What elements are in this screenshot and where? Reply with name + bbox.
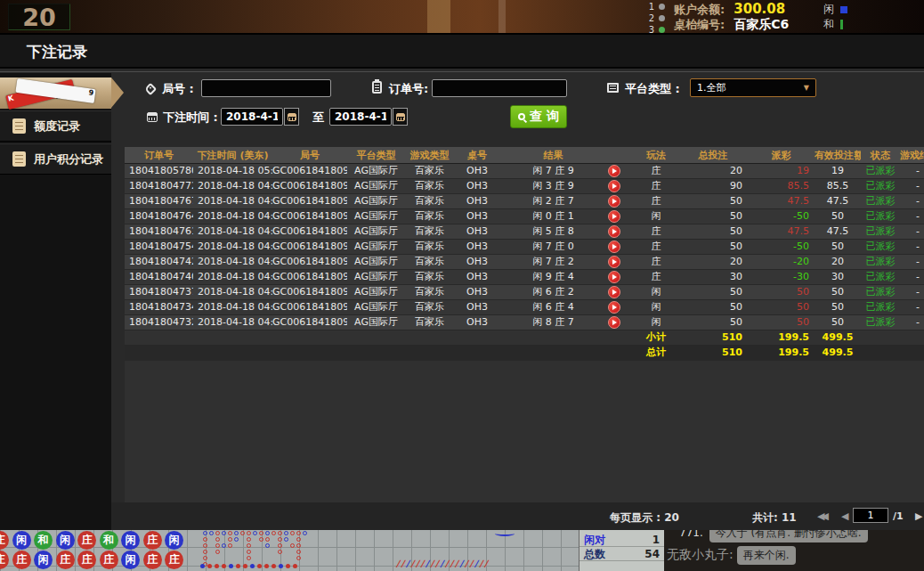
next-page-button[interactable]: ▶	[915, 510, 922, 522]
bead-dot	[278, 543, 282, 548]
play-button[interactable]	[608, 271, 620, 283]
cell-status: 已派彩	[861, 285, 900, 299]
date-to-calendar-button[interactable]	[393, 108, 408, 126]
cell-bet-time: 2018-04-18 04:5	[193, 224, 272, 239]
cell-empty	[125, 330, 193, 345]
cell-replay	[594, 224, 634, 239]
date-to-input[interactable]	[329, 108, 392, 126]
column-header: 总投注	[678, 147, 748, 163]
cell-replay	[594, 270, 634, 284]
bead-dot	[228, 543, 232, 548]
bead-dot	[296, 531, 301, 535]
sidebar-item-0[interactable]: K9视讯游戏	[0, 77, 111, 109]
play-button[interactable]	[608, 225, 620, 238]
page-number-input[interactable]	[853, 508, 888, 523]
cell-game-result: -	[900, 179, 924, 193]
column-header: 桌号	[454, 147, 500, 163]
play-button[interactable]	[608, 316, 620, 329]
calendar-icon	[288, 113, 296, 121]
cell-payout: 85.5	[748, 179, 815, 193]
slash-mark: /	[480, 559, 483, 568]
order-number-input[interactable]	[432, 79, 567, 97]
sidebar-item-2[interactable]: 用户积分记录	[0, 143, 111, 175]
cell-result: 闲 5 庄 8	[500, 224, 594, 239]
bead-dot	[284, 537, 288, 542]
rank-number: 2	[647, 13, 654, 23]
cell-replay	[594, 179, 634, 193]
play-button[interactable]	[608, 195, 620, 208]
cell-valid-bet: 50	[815, 315, 861, 330]
cell-platform: AG国际厅	[347, 315, 405, 330]
slash-mark: /	[401, 559, 405, 568]
cell-replay	[594, 209, 634, 224]
play-button[interactable]	[608, 180, 620, 192]
cell-game-result: -	[900, 224, 924, 239]
bead-dot	[228, 531, 232, 535]
table-number-row: 桌枱编号: 百家乐C6	[674, 16, 789, 31]
bet-time-label: 下注时间 :	[163, 110, 218, 126]
cell-payout: 19	[748, 164, 815, 178]
play-button[interactable]	[608, 256, 620, 268]
road-stats: 闲对1总数54	[579, 530, 664, 571]
cell-result: 闲 0 庄 1	[500, 209, 594, 224]
cell-table-number: OH3	[454, 224, 500, 239]
platform-type-select[interactable]: 1.全部 ▼	[690, 78, 816, 97]
column-header	[594, 147, 634, 163]
baccarat-roadmap: 庄闲和闲庄和闲庄闲庄庄闲庄庄庄闲庄庄 ///////////////////	[0, 530, 579, 571]
cell-total-bet: 30	[678, 270, 748, 284]
cell-round-number: GC00618418095	[272, 300, 347, 314]
cell-round-number: GC00618418097	[272, 270, 347, 284]
slash-mark: /	[445, 559, 449, 568]
rank-dot	[659, 4, 665, 10]
cell-payout: -30	[748, 270, 815, 284]
cell-platform: AG国际厅	[347, 209, 405, 224]
cell-bet-time: 2018-04-18 04:4	[193, 285, 272, 299]
video-top-strip: 20 123 账户余额: 300.08 桌枱编号: 百家乐C6 闲和	[0, 0, 924, 33]
first-page-button[interactable]: ◀◀	[817, 510, 825, 522]
prev-page-button[interactable]: ◀	[841, 510, 848, 522]
date-from-input[interactable]	[221, 108, 283, 126]
small-dot	[250, 564, 255, 568]
cell-empty	[405, 346, 454, 360]
road-marker: 庄	[56, 551, 75, 569]
search-button[interactable]: 查 询	[510, 105, 567, 128]
play-button[interactable]	[608, 165, 620, 177]
cell-valid-bet: 50	[815, 300, 861, 314]
road-marker: 庄	[143, 551, 162, 569]
sidebar-item-1[interactable]: 额度记录	[0, 110, 111, 142]
play-button[interactable]	[608, 286, 620, 298]
cell-payout: -50	[748, 209, 815, 224]
cell-replay	[594, 285, 634, 299]
records-table: 订单号下注时间 (美东)局号平台类型游戏类型桌号结果玩法总投注派彩有效投注额状态…	[125, 147, 924, 502]
bead-dot	[203, 537, 207, 542]
bead-dot	[296, 537, 301, 542]
column-header: 玩法	[634, 147, 678, 163]
play-button[interactable]	[608, 241, 620, 253]
cell-result: 闲 7 庄 9	[500, 164, 594, 178]
cell-empty	[193, 330, 272, 345]
round-number-input[interactable]	[201, 79, 331, 97]
road-marker: 闲	[12, 531, 31, 550]
cell-empty	[347, 330, 405, 345]
cell-replay	[594, 164, 634, 178]
cell-total-bet: 50	[678, 224, 748, 239]
table-row: 18041804764622018-04-18 04:5GC0061841809…	[125, 209, 924, 224]
side-stat: 和	[823, 17, 847, 32]
cell-valid-bet: 50	[815, 240, 861, 254]
stat-value: 54	[644, 547, 660, 560]
cell-bet-time: 2018-04-18 04:5	[193, 209, 272, 224]
play-button[interactable]	[608, 210, 620, 223]
sum-payout: 199.5	[748, 346, 815, 360]
small-dot	[215, 564, 219, 568]
cell-table-number: OH3	[454, 209, 500, 224]
play-button[interactable]	[608, 301, 620, 314]
side-stat-label: 和	[823, 17, 834, 32]
date-from-calendar-button[interactable]	[284, 108, 299, 126]
cell-bet-type: 庄	[634, 194, 678, 208]
slash-mark: /	[431, 559, 434, 568]
bead-dot	[209, 531, 214, 535]
cell-game-result: -	[900, 255, 924, 269]
cell-platform: AG国际厅	[347, 224, 405, 239]
chat-prefix: 771.	[679, 530, 703, 539]
cell-status: 已派彩	[861, 255, 900, 269]
